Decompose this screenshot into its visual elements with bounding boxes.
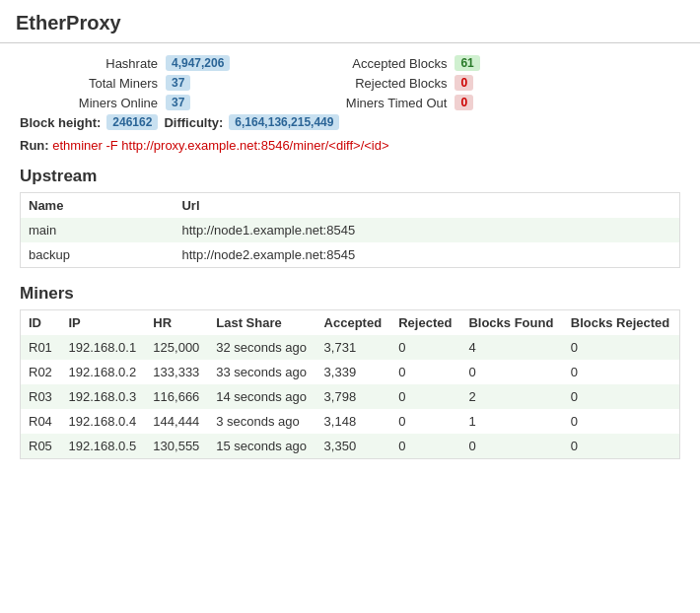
miner-cell-id: R01: [21, 335, 61, 360]
miners-col-rejected: Rejected: [390, 310, 460, 336]
run-command: ethminer -F http://proxy.example.net:854…: [52, 138, 388, 153]
upstream-cell-url: http://node2.example.net:8545: [174, 242, 679, 268]
miner-cell-blocks-found: 0: [460, 434, 562, 459]
total-miners-value: 37: [166, 75, 190, 91]
miner-cell-blocks-found: 2: [460, 384, 562, 409]
upstream-table: Name Url main http://node1.example.net:8…: [20, 192, 680, 268]
miners-row: R02 192.168.0.2 133,333 33 seconds ago 3…: [21, 360, 680, 384]
hashrate-label: Hashrate: [59, 56, 158, 71]
upstream-col-url: Url: [174, 193, 679, 219]
miners-col-blocks-rejected: Blocks Rejected: [563, 310, 680, 336]
block-info: Block height: 246162 Difficulty: 6,164,1…: [20, 114, 680, 130]
miner-cell-rejected: 0: [390, 360, 460, 384]
accepted-blocks-value: 61: [455, 55, 479, 71]
miner-cell-blocks-found: 0: [460, 360, 562, 384]
miner-cell-hr: 133,333: [145, 360, 208, 384]
stats-left: Hashrate 4,947,206 Total Miners 37 Miner…: [59, 55, 230, 110]
miners-col-last-share: Last Share: [208, 310, 315, 336]
miner-cell-id: R05: [21, 434, 61, 459]
miners-table: ID IP HR Last Share Accepted Rejected Bl…: [20, 309, 680, 459]
miner-cell-blocks-rejected: 0: [563, 384, 680, 409]
miner-cell-id: R02: [21, 360, 61, 384]
upstream-row: main http://node1.example.net:8545: [21, 218, 680, 242]
miners-col-id: ID: [21, 310, 61, 336]
miner-cell-blocks-found: 4: [460, 335, 562, 360]
app-title: EtherProxy: [16, 12, 684, 34]
miner-cell-id: R03: [21, 384, 61, 409]
miners-online-row: Miners Online 37: [59, 95, 230, 110]
difficulty-value: 6,164,136,215,449: [229, 114, 339, 130]
upstream-cell-name: main: [21, 218, 175, 242]
miner-cell-blocks-found: 1: [460, 409, 562, 434]
miners-timed-out-label: Miners Timed Out: [328, 96, 447, 110]
miner-cell-blocks-rejected: 0: [563, 360, 680, 384]
upstream-title: Upstream: [20, 167, 680, 186]
miner-cell-ip: 192.168.0.1: [60, 335, 145, 360]
miners-row: R01 192.168.0.1 125,000 32 seconds ago 3…: [21, 335, 680, 360]
miner-cell-rejected: 0: [390, 409, 460, 434]
miner-cell-hr: 116,666: [145, 384, 208, 409]
hashrate-value: 4,947,206: [166, 55, 230, 71]
miners-online-value: 37: [166, 95, 190, 110]
miner-cell-rejected: 0: [390, 384, 460, 409]
app-header: EtherProxy: [0, 0, 700, 43]
rejected-blocks-label: Rejected Blocks: [328, 76, 447, 91]
accepted-blocks-row: Accepted Blocks 61: [328, 55, 479, 71]
miner-cell-accepted: 3,148: [316, 409, 391, 434]
rejected-blocks-value: 0: [455, 75, 473, 91]
upstream-row: backup http://node2.example.net:8545: [21, 242, 680, 268]
miner-cell-hr: 125,000: [145, 335, 208, 360]
miners-row: R03 192.168.0.3 116,666 14 seconds ago 3…: [21, 384, 680, 409]
total-miners-row: Total Miners 37: [59, 75, 230, 91]
miner-cell-hr: 144,444: [145, 409, 208, 434]
miners-online-label: Miners Online: [59, 96, 158, 110]
upstream-cell-url: http://node1.example.net:8545: [174, 218, 679, 242]
miners-header-row: ID IP HR Last Share Accepted Rejected Bl…: [21, 310, 680, 336]
miner-cell-ip: 192.168.0.3: [60, 384, 145, 409]
miner-cell-accepted: 3,339: [316, 360, 391, 384]
hashrate-row: Hashrate 4,947,206: [59, 55, 230, 71]
accepted-blocks-label: Accepted Blocks: [328, 56, 447, 71]
total-miners-label: Total Miners: [59, 76, 158, 91]
miners-timed-out-value: 0: [455, 95, 473, 110]
miner-cell-accepted: 3,798: [316, 384, 391, 409]
miner-cell-blocks-rejected: 0: [563, 409, 680, 434]
stats-section: Hashrate 4,947,206 Total Miners 37 Miner…: [59, 55, 680, 110]
run-label: Run:: [20, 138, 49, 153]
miners-title: Miners: [20, 284, 680, 304]
upstream-col-name: Name: [21, 193, 175, 219]
miner-cell-blocks-rejected: 0: [563, 434, 680, 459]
miner-cell-ip: 192.168.0.4: [60, 409, 145, 434]
upstream-cell-name: backup: [21, 242, 175, 268]
run-section: Run: ethminer -F http://proxy.example.ne…: [20, 138, 680, 153]
stats-right: Accepted Blocks 61 Rejected Blocks 0 Min…: [328, 55, 479, 110]
block-height-value: 246162: [106, 114, 158, 130]
miner-cell-accepted: 3,731: [316, 335, 391, 360]
miner-cell-ip: 192.168.0.5: [60, 434, 145, 459]
miners-col-ip: IP: [60, 310, 145, 336]
difficulty-label: Difficulty:: [164, 115, 223, 130]
miners-row: R05 192.168.0.5 130,555 15 seconds ago 3…: [21, 434, 680, 459]
miners-col-blocks-found: Blocks Found: [460, 310, 562, 336]
miners-timed-out-row: Miners Timed Out 0: [328, 95, 479, 110]
miners-col-hr: HR: [145, 310, 208, 336]
miner-cell-ip: 192.168.0.2: [60, 360, 145, 384]
block-height-label: Block height:: [20, 115, 101, 130]
miners-col-accepted: Accepted: [316, 310, 391, 336]
rejected-blocks-row: Rejected Blocks 0: [328, 75, 479, 91]
miner-cell-last-share: 14 seconds ago: [208, 384, 315, 409]
miner-cell-id: R04: [21, 409, 61, 434]
miner-cell-rejected: 0: [390, 434, 460, 459]
miner-cell-hr: 130,555: [145, 434, 208, 459]
miner-cell-rejected: 0: [390, 335, 460, 360]
miner-cell-last-share: 33 seconds ago: [208, 360, 315, 384]
miner-cell-blocks-rejected: 0: [563, 335, 680, 360]
miner-cell-last-share: 3 seconds ago: [208, 409, 315, 434]
miner-cell-last-share: 15 seconds ago: [208, 434, 315, 459]
upstream-header-row: Name Url: [21, 193, 680, 219]
miner-cell-last-share: 32 seconds ago: [208, 335, 315, 360]
miner-cell-accepted: 3,350: [316, 434, 391, 459]
miners-row: R04 192.168.0.4 144,444 3 seconds ago 3,…: [21, 409, 680, 434]
